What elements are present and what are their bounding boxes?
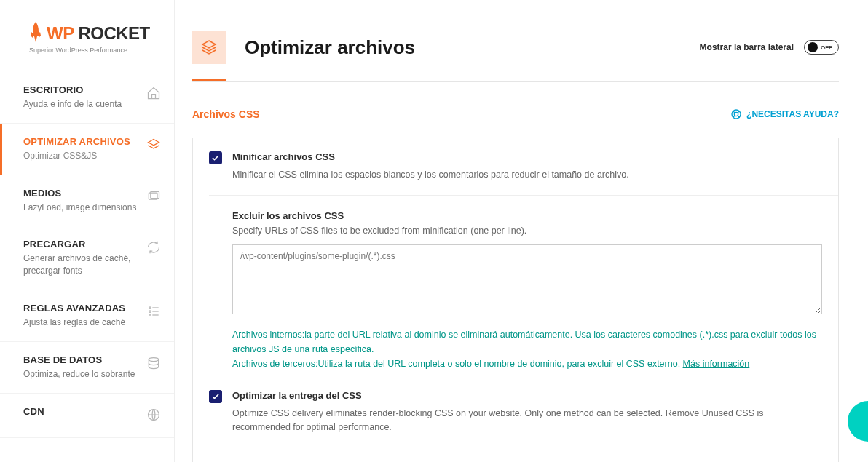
- lifebuoy-icon: [730, 108, 742, 120]
- nav-title: OPTIMIZAR ARCHIVOS: [23, 136, 130, 147]
- exclude-css-textarea[interactable]: [232, 244, 822, 314]
- help-link[interactable]: ¿NECESITAS AYUDA?: [730, 108, 839, 120]
- database-icon: [146, 356, 161, 373]
- svg-point-8: [149, 357, 158, 361]
- css-options-box: Minificar archivos CSS Minificar el CSS …: [192, 138, 839, 462]
- section-title-css: Archivos CSS: [192, 108, 260, 120]
- page-header: Optimizar archivos Mostrar la barra late…: [175, 0, 868, 71]
- optimize-delivery-desc: Optimize CSS delivery eliminates render-…: [232, 407, 822, 434]
- sidebar-item-medios[interactable]: MEDIOS LazyLoad, image dimensions: [0, 175, 174, 227]
- minify-css-desc: Minificar el CSS elimina los espacios bl…: [232, 168, 822, 182]
- more-info-link[interactable]: Más información: [683, 359, 750, 369]
- check-icon: [211, 154, 220, 162]
- nav-sub: Ayuda e info de la cuenta: [23, 98, 122, 111]
- nav-sub: Optimiza, reduce lo sobrante: [23, 368, 135, 381]
- optimize-delivery-title: Optimizar la entrega del CSS: [232, 390, 822, 401]
- page-layers-icon: [192, 31, 226, 64]
- sidebar-item-reglas-avanzadas[interactable]: REGLAS AVANZADAS Ajusta las reglas de ca…: [0, 290, 174, 342]
- sidebar-item-escritorio[interactable]: ESCRITORIO Ayuda e info de la cuenta: [0, 72, 174, 124]
- inner-divider: [209, 195, 838, 196]
- svg-point-4: [149, 311, 151, 313]
- refresh-icon: [146, 240, 161, 258]
- logo: WP ROCKET Superior WordPress Performance: [0, 0, 174, 72]
- exclude-hint: Archivos internos:la parte del URL relat…: [232, 327, 822, 371]
- toggle-sidebar-label: Mostrar la barra lateral: [700, 42, 794, 52]
- optimize-delivery-checkbox[interactable]: [209, 390, 222, 403]
- sliders-icon: [146, 304, 161, 322]
- nav-title: ESCRITORIO: [23, 84, 122, 95]
- toggle-state-text: OFF: [821, 44, 832, 51]
- logo-tagline: Superior WordPress Performance: [29, 47, 152, 54]
- rocket-icon: [29, 22, 42, 45]
- svg-line-14: [733, 116, 735, 118]
- toggle-sidebar-switch[interactable]: OFF: [804, 40, 839, 55]
- sidebar-item-precargar[interactable]: PRECARGAR Generar archivos de caché, pre…: [0, 226, 174, 290]
- svg-line-13: [738, 116, 740, 118]
- exclude-css-title: Excluir los archivos CSS: [232, 210, 822, 221]
- home-icon: [146, 86, 161, 103]
- svg-point-11: [734, 112, 738, 116]
- nav-sub: Optimizar CSS&JS: [23, 150, 130, 162]
- nav-sub: Generar archivos de caché, precargar fon…: [23, 252, 141, 277]
- sidebar-item-cdn[interactable]: CDN: [0, 394, 174, 438]
- check-icon: [211, 392, 220, 401]
- svg-line-15: [738, 111, 740, 113]
- svg-line-12: [733, 111, 735, 113]
- toggle-knob: [808, 42, 818, 52]
- nav-sub: LazyLoad, image dimensions: [23, 202, 136, 214]
- sidebar-item-base-de-datos[interactable]: BASE DE DATOS Optimiza, reduce lo sobran…: [0, 342, 174, 394]
- help-text: ¿NECESITAS AYUDA?: [746, 109, 839, 119]
- minify-css-title: Minificar archivos CSS: [232, 151, 822, 162]
- nav-title: PRECARGAR: [23, 239, 141, 250]
- sidebar-item-optimizar-archivos[interactable]: OPTIMIZAR ARCHIVOS Optimizar CSS&JS: [0, 124, 174, 175]
- exclude-css-desc: Specify URLs of CSS files to be excluded…: [232, 226, 822, 236]
- nav-title: BASE DE DATOS: [23, 354, 135, 365]
- nav-title: CDN: [23, 406, 44, 417]
- nav-title: REGLAS AVANZADAS: [23, 303, 125, 314]
- globe-icon: [146, 407, 161, 425]
- svg-point-6: [149, 314, 151, 316]
- layers-icon: [146, 138, 161, 155]
- nav-title: MEDIOS: [23, 188, 136, 199]
- nav-sub: Ajusta las reglas de caché: [23, 316, 125, 329]
- images-icon: [146, 189, 161, 207]
- svg-point-2: [149, 307, 151, 309]
- sidebar: WP ROCKET Superior WordPress Performance…: [0, 0, 175, 462]
- main-content: Optimizar archivos Mostrar la barra late…: [175, 0, 868, 462]
- minify-css-checkbox[interactable]: [209, 151, 222, 164]
- page-title: Optimizar archivos: [245, 36, 681, 59]
